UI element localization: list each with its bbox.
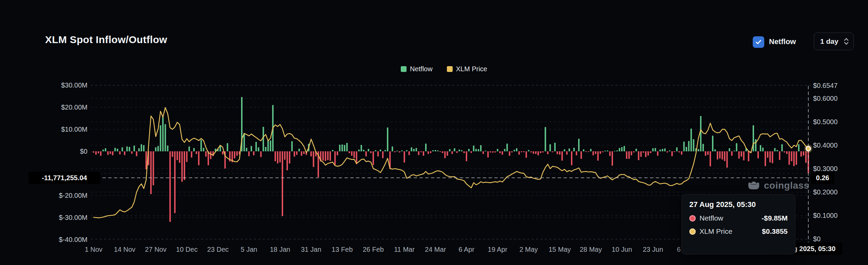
crosshair-netflow-label: -11,771,255.04 bbox=[28, 172, 100, 184]
chart-legend: Netflow XLM Price bbox=[401, 65, 487, 73]
netflow-swatch-icon bbox=[401, 66, 407, 72]
tooltip-xlm-price-value: $0.3855 bbox=[762, 227, 788, 235]
xlm-price-dot-icon bbox=[689, 228, 696, 235]
tooltip-netflow-label: Netflow bbox=[699, 214, 723, 222]
coinglass-watermark: coinglass bbox=[747, 179, 809, 192]
legend-item-xlm-price[interactable]: XLM Price bbox=[447, 65, 487, 73]
chart-tooltip: 27 Aug 2025, 05:30 Netflow -$9.85M XLM P… bbox=[682, 194, 795, 254]
coinglass-logo-icon bbox=[747, 179, 761, 192]
xlm-price-swatch-icon bbox=[447, 66, 453, 72]
tooltip-date: 27 Aug 2025, 05:30 bbox=[689, 200, 788, 209]
tooltip-row-netflow: Netflow -$9.85M bbox=[689, 214, 788, 222]
xlm-spot-inflow-outflow-panel: XLM Spot Inflow/Outflow Netflow 1 day Ne… bbox=[0, 0, 868, 265]
legend-label-netflow: Netflow bbox=[410, 65, 433, 73]
tooltip-row-xlm-price: XLM Price $0.3855 bbox=[689, 227, 788, 235]
crosshair-price-label: 0.26 bbox=[811, 172, 834, 184]
legend-label-xlm-price: XLM Price bbox=[456, 65, 487, 73]
netflow-dot-icon bbox=[689, 215, 696, 222]
tooltip-xlm-price-label: XLM Price bbox=[699, 227, 732, 235]
tooltip-netflow-value: -$9.85M bbox=[762, 214, 788, 222]
coinglass-watermark-text: coinglass bbox=[764, 180, 809, 191]
legend-item-netflow[interactable]: Netflow bbox=[401, 65, 433, 73]
